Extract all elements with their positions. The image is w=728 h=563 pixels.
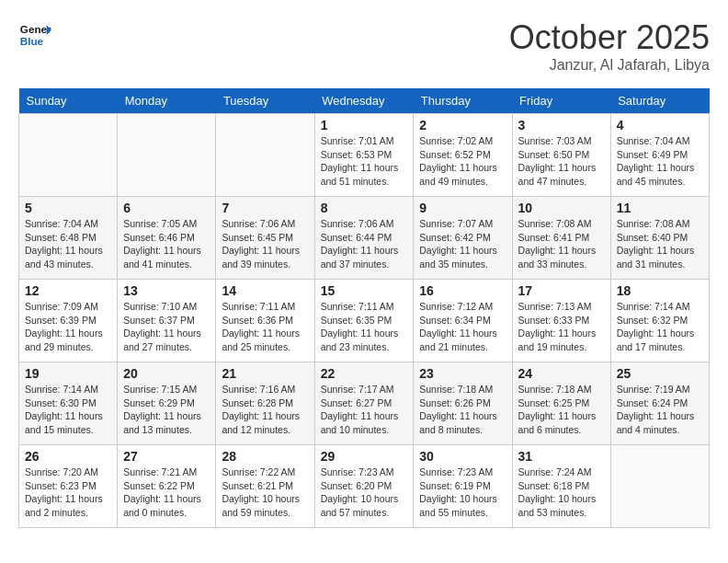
calendar-week-1: 1Sunrise: 7:01 AMSunset: 6:53 PMDaylight…: [19, 114, 710, 197]
day-number: 6: [123, 201, 210, 215]
day-number: 27: [123, 449, 210, 464]
title-block: October 2025 Janzur, Al Jafarah, Libya: [509, 18, 710, 74]
calendar-cell: 15Sunrise: 7:11 AMSunset: 6:35 PMDayligh…: [314, 280, 414, 362]
day-number: 17: [518, 283, 605, 298]
day-number: 23: [419, 366, 506, 381]
calendar-cell: 18Sunrise: 7:14 AMSunset: 6:32 PMDayligh…: [610, 280, 709, 362]
calendar-cell: 25Sunrise: 7:19 AMSunset: 6:24 PMDayligh…: [610, 362, 709, 445]
calendar-cell: 27Sunrise: 7:21 AMSunset: 6:22 PMDayligh…: [118, 445, 216, 528]
day-number: 31: [518, 449, 605, 464]
logo: General Blue: [18, 18, 51, 52]
day-detail: Sunrise: 7:03 AMSunset: 6:50 PMDaylight:…: [518, 134, 605, 189]
day-detail: Sunrise: 7:04 AMSunset: 6:49 PMDaylight:…: [617, 134, 703, 189]
calendar-cell: 16Sunrise: 7:12 AMSunset: 6:34 PMDayligh…: [414, 280, 512, 362]
day-detail: Sunrise: 7:08 AMSunset: 6:40 PMDaylight:…: [617, 217, 703, 271]
calendar-week-2: 5Sunrise: 7:04 AMSunset: 6:48 PMDaylight…: [19, 197, 710, 280]
calendar-cell: 14Sunrise: 7:11 AMSunset: 6:36 PMDayligh…: [216, 280, 314, 362]
svg-text:Blue: Blue: [20, 35, 44, 47]
day-detail: Sunrise: 7:16 AMSunset: 6:28 PMDaylight:…: [222, 383, 308, 437]
day-number: 15: [321, 283, 408, 298]
calendar-cell: [216, 114, 314, 197]
calendar-cell: 4Sunrise: 7:04 AMSunset: 6:49 PMDaylight…: [610, 114, 709, 197]
day-number: 5: [25, 201, 111, 215]
location: Janzur, Al Jafarah, Libya: [509, 57, 710, 74]
calendar-cell: 11Sunrise: 7:08 AMSunset: 6:40 PMDayligh…: [610, 197, 709, 280]
calendar-week-5: 26Sunrise: 7:20 AMSunset: 6:23 PMDayligh…: [19, 445, 710, 528]
page-header: General Blue October 2025 Janzur, Al Jaf…: [18, 18, 710, 74]
day-detail: Sunrise: 7:11 AMSunset: 6:35 PMDaylight:…: [321, 300, 408, 354]
day-detail: Sunrise: 7:14 AMSunset: 6:32 PMDaylight:…: [617, 300, 703, 354]
day-detail: Sunrise: 7:23 AMSunset: 6:20 PMDaylight:…: [321, 465, 408, 520]
day-number: 9: [419, 201, 506, 215]
calendar-cell: 12Sunrise: 7:09 AMSunset: 6:39 PMDayligh…: [19, 280, 118, 362]
day-number: 29: [321, 449, 408, 464]
calendar-cell: 20Sunrise: 7:15 AMSunset: 6:29 PMDayligh…: [118, 362, 216, 445]
calendar-cell: [118, 114, 216, 197]
day-number: 4: [617, 118, 703, 132]
calendar-cell: 10Sunrise: 7:08 AMSunset: 6:41 PMDayligh…: [512, 197, 610, 280]
day-detail: Sunrise: 7:06 AMSunset: 6:44 PMDaylight:…: [321, 217, 408, 271]
day-number: 14: [222, 283, 308, 298]
weekday-header-thursday: Thursday: [414, 88, 512, 114]
day-number: 24: [518, 366, 605, 381]
day-detail: Sunrise: 7:12 AMSunset: 6:34 PMDaylight:…: [419, 300, 506, 354]
day-detail: Sunrise: 7:02 AMSunset: 6:52 PMDaylight:…: [419, 134, 506, 189]
calendar-cell: 30Sunrise: 7:23 AMSunset: 6:19 PMDayligh…: [414, 445, 512, 528]
day-number: 13: [123, 283, 210, 298]
day-detail: Sunrise: 7:10 AMSunset: 6:37 PMDaylight:…: [123, 300, 210, 354]
day-detail: Sunrise: 7:07 AMSunset: 6:42 PMDaylight:…: [419, 217, 506, 271]
day-number: 28: [222, 449, 308, 464]
day-number: 18: [617, 283, 703, 298]
calendar-cell: 2Sunrise: 7:02 AMSunset: 6:52 PMDaylight…: [414, 114, 512, 197]
weekday-header-friday: Friday: [512, 88, 610, 114]
day-detail: Sunrise: 7:18 AMSunset: 6:26 PMDaylight:…: [419, 383, 506, 437]
calendar-cell: 8Sunrise: 7:06 AMSunset: 6:44 PMDaylight…: [314, 197, 414, 280]
day-number: 1: [321, 118, 408, 132]
day-detail: Sunrise: 7:21 AMSunset: 6:22 PMDaylight:…: [123, 465, 210, 520]
day-number: 20: [123, 366, 210, 381]
calendar-cell: 31Sunrise: 7:24 AMSunset: 6:18 PMDayligh…: [512, 445, 610, 528]
calendar-cell: 29Sunrise: 7:23 AMSunset: 6:20 PMDayligh…: [314, 445, 414, 528]
day-detail: Sunrise: 7:09 AMSunset: 6:39 PMDaylight:…: [25, 300, 111, 354]
day-detail: Sunrise: 7:23 AMSunset: 6:19 PMDaylight:…: [419, 465, 506, 520]
day-detail: Sunrise: 7:14 AMSunset: 6:30 PMDaylight:…: [25, 383, 111, 437]
day-detail: Sunrise: 7:13 AMSunset: 6:33 PMDaylight:…: [518, 300, 605, 354]
calendar-cell: 21Sunrise: 7:16 AMSunset: 6:28 PMDayligh…: [216, 362, 314, 445]
day-detail: Sunrise: 7:05 AMSunset: 6:46 PMDaylight:…: [123, 217, 210, 271]
calendar-cell: 24Sunrise: 7:18 AMSunset: 6:25 PMDayligh…: [512, 362, 610, 445]
day-detail: Sunrise: 7:04 AMSunset: 6:48 PMDaylight:…: [25, 217, 111, 271]
weekday-header-tuesday: Tuesday: [216, 88, 314, 114]
month-title: October 2025: [509, 18, 710, 57]
calendar-cell: 13Sunrise: 7:10 AMSunset: 6:37 PMDayligh…: [118, 280, 216, 362]
day-number: 21: [222, 366, 308, 381]
calendar-cell: 22Sunrise: 7:17 AMSunset: 6:27 PMDayligh…: [314, 362, 414, 445]
calendar-cell: 7Sunrise: 7:06 AMSunset: 6:45 PMDaylight…: [216, 197, 314, 280]
day-detail: Sunrise: 7:11 AMSunset: 6:36 PMDaylight:…: [222, 300, 308, 354]
weekday-header-wednesday: Wednesday: [314, 88, 414, 114]
calendar-week-4: 19Sunrise: 7:14 AMSunset: 6:30 PMDayligh…: [19, 362, 710, 445]
day-detail: Sunrise: 7:01 AMSunset: 6:53 PMDaylight:…: [321, 134, 408, 189]
weekday-header-row: SundayMondayTuesdayWednesdayThursdayFrid…: [19, 88, 710, 114]
day-number: 10: [518, 201, 605, 215]
calendar-cell: 9Sunrise: 7:07 AMSunset: 6:42 PMDaylight…: [414, 197, 512, 280]
calendar-cell: 6Sunrise: 7:05 AMSunset: 6:46 PMDaylight…: [118, 197, 216, 280]
calendar-cell: 1Sunrise: 7:01 AMSunset: 6:53 PMDaylight…: [314, 114, 414, 197]
weekday-header-saturday: Saturday: [610, 88, 709, 114]
calendar-cell: [610, 445, 709, 528]
day-detail: Sunrise: 7:08 AMSunset: 6:41 PMDaylight:…: [518, 217, 605, 271]
day-number: 11: [617, 201, 703, 215]
calendar-cell: 19Sunrise: 7:14 AMSunset: 6:30 PMDayligh…: [19, 362, 118, 445]
day-number: 8: [321, 201, 408, 215]
day-number: 19: [25, 366, 111, 381]
day-detail: Sunrise: 7:19 AMSunset: 6:24 PMDaylight:…: [617, 383, 703, 437]
day-number: 26: [25, 449, 111, 464]
day-detail: Sunrise: 7:22 AMSunset: 6:21 PMDaylight:…: [222, 465, 308, 520]
day-number: 16: [419, 283, 506, 298]
weekday-header-sunday: Sunday: [19, 88, 118, 114]
calendar-cell: 3Sunrise: 7:03 AMSunset: 6:50 PMDaylight…: [512, 114, 610, 197]
calendar-cell: 23Sunrise: 7:18 AMSunset: 6:26 PMDayligh…: [414, 362, 512, 445]
day-number: 7: [222, 201, 308, 215]
day-detail: Sunrise: 7:17 AMSunset: 6:27 PMDaylight:…: [321, 383, 408, 437]
day-number: 25: [617, 366, 703, 381]
day-number: 22: [321, 366, 408, 381]
